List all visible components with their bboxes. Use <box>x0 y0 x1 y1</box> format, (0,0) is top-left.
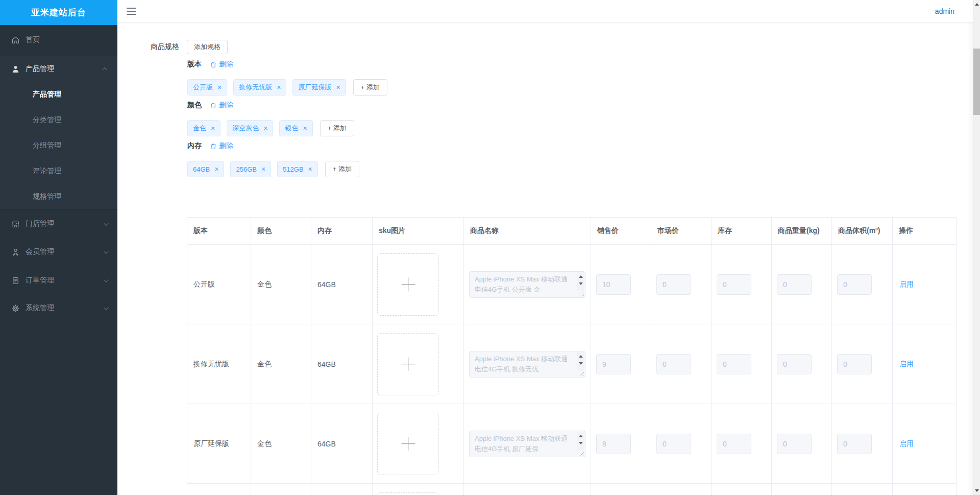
tag-close-icon[interactable]: × <box>217 84 222 91</box>
sidebar-toggle-icon[interactable] <box>127 8 136 15</box>
table-header-row: 版本 颜色 内存 sku图片 商品名称 销售价 市场价 库存 商品重量(kg) … <box>187 218 956 245</box>
add-tag-button[interactable]: + 添加 <box>320 120 354 136</box>
tag-label: 深空灰色 <box>232 124 259 133</box>
scroll-down-icon[interactable] <box>579 442 583 444</box>
tag-close-icon[interactable]: × <box>336 84 340 91</box>
enable-link[interactable]: 启用 <box>893 360 914 369</box>
sidebar-subitem-spec-management[interactable]: 规格管理 <box>0 184 117 209</box>
delete-spec-link[interactable]: 删除 <box>210 101 233 110</box>
trash-icon <box>210 143 217 150</box>
volume-input[interactable] <box>837 434 872 454</box>
tag-close-icon[interactable]: × <box>263 125 267 132</box>
enable-link[interactable]: 启用 <box>893 280 914 289</box>
sidebar-group-product: 产品管理 产品管理 分类管理 分组管理 评论管理 规格管理 <box>0 56 117 210</box>
tag-close-icon[interactable]: × <box>214 166 218 173</box>
spec-tag: 公开版× <box>187 79 227 96</box>
sale-price-input[interactable] <box>596 274 631 295</box>
stock-input[interactable] <box>717 274 751 295</box>
table-row <box>187 484 956 495</box>
chevron-down-icon <box>104 277 109 282</box>
scroll-up-icon[interactable] <box>579 435 583 437</box>
scrollbar-up-icon[interactable] <box>975 3 979 6</box>
user-menu[interactable]: admin <box>935 7 954 15</box>
upload-image-button[interactable] <box>377 253 439 316</box>
resize-grip-icon[interactable] <box>578 291 584 296</box>
tag-label: 金色 <box>193 124 206 133</box>
product-name-textarea[interactable]: Apple iPhone XS Max 移动联通电信4G手机 原厂延保 <box>469 431 585 457</box>
tag-label: 换修无忧版 <box>239 83 272 92</box>
spec-tags-row: 金色× 深空灰色× 银色× + 添加 <box>187 120 354 136</box>
sidebar-subitem-label: 分类管理 <box>33 115 61 125</box>
weight-input[interactable] <box>777 274 812 295</box>
tag-close-icon[interactable]: × <box>211 125 215 132</box>
add-spec-button[interactable]: 添加规格 <box>187 40 228 54</box>
scrollbar-thumb[interactable] <box>973 49 980 115</box>
scroll-down-icon[interactable] <box>579 282 583 285</box>
gear-icon <box>11 304 20 313</box>
enable-link[interactable]: 启用 <box>893 439 914 449</box>
stock-input[interactable] <box>717 434 751 454</box>
scroll-up-icon[interactable] <box>579 275 583 278</box>
cell-color: 金色 <box>251 404 311 483</box>
sale-price-input[interactable] <box>596 354 631 374</box>
cell-product-name: Apple iPhone XS Max 移动联通电信4G手机 公开版 金 <box>464 245 591 324</box>
scroll-up-icon[interactable] <box>579 355 583 358</box>
textarea-scrollbar[interactable] <box>577 272 584 291</box>
textarea-scrollbar[interactable] <box>577 352 584 370</box>
product-name-value: Apple iPhone XS Max 移动联通电信4G手机 公开版 金 <box>475 274 571 295</box>
sidebar-item-order-management[interactable]: 订单管理 <box>0 268 117 293</box>
sale-price-input[interactable] <box>596 434 631 454</box>
sidebar-subitem-category-management[interactable]: 分类管理 <box>0 107 117 133</box>
sidebar-item-store-management[interactable]: 门店管理 <box>0 211 117 237</box>
sidebar-subitem-product-management[interactable]: 产品管理 <box>0 82 117 107</box>
cell-product-name: Apple iPhone XS Max 移动联通电信4G手机 换修无忧 <box>464 324 591 404</box>
spec-tag: 64GB× <box>187 161 224 177</box>
weight-input[interactable] <box>777 434 812 454</box>
sidebar-item-member-management[interactable]: 会员管理 <box>0 239 117 265</box>
add-tag-button[interactable]: + 添加 <box>325 161 359 177</box>
tag-close-icon[interactable]: × <box>308 166 312 173</box>
sidebar-subitem-grouping-management[interactable]: 分组管理 <box>0 133 117 158</box>
resize-grip-icon[interactable] <box>578 370 584 376</box>
volume-input[interactable] <box>837 274 872 295</box>
delete-spec-link[interactable]: 删除 <box>210 142 233 151</box>
table-row: 公开版 金色 64GB Apple iPhone XS Max 移动联通电信4G… <box>187 245 956 324</box>
col-header-product-name: 商品名称 <box>464 218 591 244</box>
sidebar-subitem-comment-management[interactable]: 评论管理 <box>0 158 117 184</box>
delete-label: 删除 <box>219 60 233 69</box>
sidebar-item-system-management[interactable]: 系统管理 <box>0 295 117 321</box>
resize-grip-icon[interactable] <box>578 450 584 456</box>
market-price-input[interactable] <box>656 274 691 295</box>
page-scrollbar[interactable] <box>973 0 980 495</box>
order-icon <box>11 276 20 285</box>
cell-product-name: Apple iPhone XS Max 移动联通电信4G手机 原厂延保 <box>464 404 591 483</box>
upload-image-button[interactable] <box>377 413 439 475</box>
add-tag-button[interactable]: + 添加 <box>353 79 387 96</box>
market-price-input[interactable] <box>656 434 691 454</box>
scrollbar-down-icon[interactable] <box>975 489 979 492</box>
market-price-input[interactable] <box>656 354 691 374</box>
tag-close-icon[interactable]: × <box>261 166 265 173</box>
upload-image-button[interactable] <box>377 492 439 495</box>
scroll-down-icon[interactable] <box>579 362 583 365</box>
tag-label: 64GB <box>193 166 210 173</box>
volume-input[interactable] <box>837 354 872 374</box>
product-name-textarea[interactable]: Apple iPhone XS Max 移动联通电信4G手机 公开版 金 <box>469 271 585 298</box>
tag-close-icon[interactable]: × <box>277 84 281 91</box>
delete-spec-link[interactable]: 删除 <box>210 60 233 69</box>
tag-label: 公开版 <box>193 83 213 92</box>
delete-label: 删除 <box>219 142 233 151</box>
sidebar-item-product-management[interactable]: 产品管理 <box>0 56 117 82</box>
cell-volume <box>832 404 893 483</box>
cell-color: 金色 <box>251 324 311 404</box>
product-name-textarea[interactable]: Apple iPhone XS Max 移动联通电信4G手机 换修无忧 <box>469 351 585 378</box>
stock-input[interactable] <box>717 354 751 374</box>
textarea-scrollbar[interactable] <box>577 432 584 450</box>
cell-sku-image <box>373 484 464 495</box>
spec-tag: 换修无忧版× <box>233 79 286 96</box>
tag-close-icon[interactable]: × <box>303 125 307 132</box>
weight-input[interactable] <box>777 354 812 374</box>
sidebar-item-home[interactable]: 首页 <box>0 27 117 53</box>
table-row: 原厂延保版 金色 64GB Apple iPhone XS Max 移动联通电信… <box>187 404 956 484</box>
upload-image-button[interactable] <box>377 333 439 395</box>
